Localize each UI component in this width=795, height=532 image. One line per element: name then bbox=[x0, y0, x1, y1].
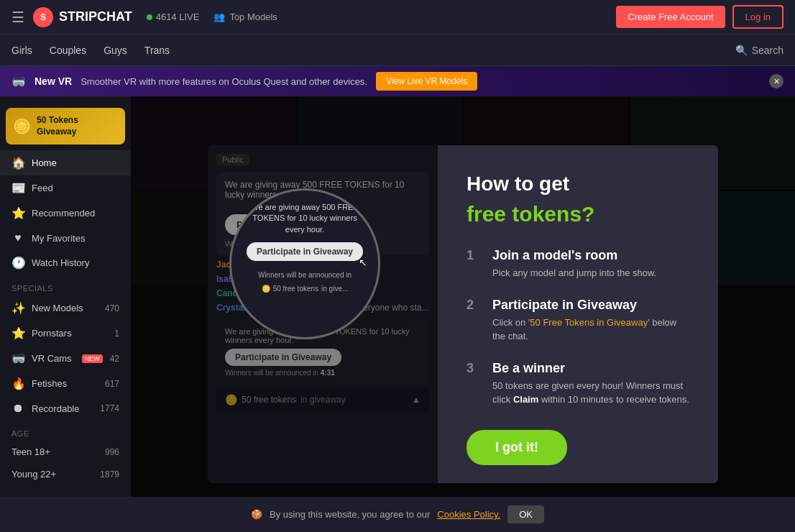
chat-header: Public bbox=[216, 154, 429, 165]
top-models-link[interactable]: 👥 Top Models bbox=[213, 12, 277, 22]
step-2-title: Participate in Giveaway bbox=[492, 298, 689, 313]
logo: S STRIPCHAT bbox=[33, 7, 132, 27]
got-it-button[interactable]: I got it! bbox=[467, 430, 567, 465]
step-3-content: Be a winner 50 tokens are given every ho… bbox=[492, 361, 689, 407]
magnifier-token-icon: 🪙 bbox=[262, 285, 270, 293]
cookie-bar: 🍪 By using this website, you agree to ou… bbox=[0, 497, 795, 532]
magnifier-circle: We are giving away 500 FREE TOKENS for 1… bbox=[229, 188, 380, 339]
search-bar[interactable]: 🔍 Search bbox=[735, 45, 783, 56]
steps-list: 1 Join a model's room Pick any model and… bbox=[467, 248, 689, 407]
home-icon: 🏠 bbox=[12, 156, 24, 170]
tokens-icon: 🪙 bbox=[13, 118, 31, 135]
recommended-icon: ⭐ bbox=[12, 206, 24, 220]
chat-preview-panel: Public We are giving away 500 FREE TOKEN… bbox=[208, 145, 438, 483]
highlight-text: '50 Free Tokens in Giveaway' bbox=[528, 317, 650, 328]
nav-girls[interactable]: Girls bbox=[12, 42, 32, 59]
sidebar-item-watch-history[interactable]: 🕐 Watch History bbox=[0, 250, 131, 275]
modal-instructions-panel: How to get free tokens? 1 Join a model's… bbox=[438, 145, 718, 483]
vr-models-button[interactable]: View Live VR Models bbox=[376, 72, 477, 91]
new-models-icon: ✨ bbox=[12, 301, 24, 315]
header: ☰ S STRIPCHAT 4614 LIVE 👥 Top Models Cre… bbox=[0, 0, 795, 35]
logo-text: STRIPCHAT bbox=[59, 9, 132, 24]
magnifier-winners-text: Winners will be announced in bbox=[243, 271, 367, 279]
sidebar-item-vr-cams[interactable]: 🥽 VR Cams NEW 42 bbox=[0, 346, 131, 371]
header-actions: Create Free Account Log in bbox=[616, 5, 783, 29]
participate-button-small[interactable]: Participate in Giveaway bbox=[225, 349, 341, 366]
sidebar-item-pornstars[interactable]: ⭐ Pornstars 1 bbox=[0, 321, 131, 346]
step-2-desc: Click on '50 Free Tokens in Giveaway' be… bbox=[492, 316, 689, 344]
cookie-policy-link[interactable]: Cookies Policy. bbox=[437, 509, 500, 520]
tokens-label: 50 TokensGiveaway bbox=[37, 115, 78, 137]
step-1-content: Join a model's room Pick any model and j… bbox=[492, 248, 656, 280]
step-3-desc: 50 tokens are given every hour! Winners … bbox=[492, 379, 689, 407]
giveaway-modal: Public We are giving away 500 FREE TOKEN… bbox=[208, 145, 718, 483]
vr-banner: 🥽 New VR Smoother VR with more features … bbox=[0, 66, 795, 96]
menu-icon[interactable]: ☰ bbox=[12, 9, 24, 26]
sidebar: 🪙 50 TokensGiveaway 🏠 Home 📰 Feed ⭐ Reco… bbox=[0, 96, 131, 532]
nav-guys[interactable]: Guys bbox=[104, 42, 127, 59]
cookie-ok-button[interactable]: OK bbox=[507, 505, 544, 523]
favorites-icon: ♥ bbox=[12, 231, 24, 244]
logo-icon: S bbox=[33, 7, 53, 27]
sidebar-age-label: AGE bbox=[0, 421, 131, 441]
sidebar-specials-label: SPECIALS bbox=[0, 275, 131, 295]
cursor-pointer-icon: ↖ bbox=[359, 257, 367, 268]
winners-text-small: Winners will be announced in 4:31 bbox=[225, 369, 421, 377]
recordable-icon: ⏺ bbox=[12, 402, 24, 415]
magnifier-tokens-row: 🪙 50 free tokens in give... bbox=[243, 285, 367, 293]
expand-icon[interactable]: ▲ bbox=[412, 395, 421, 405]
nav-couples[interactable]: Couples bbox=[50, 42, 86, 59]
sidebar-item-recommended[interactable]: ⭐ Recommended bbox=[0, 201, 131, 226]
sidebar-item-fetishes[interactable]: 🔥 Fetishes 617 bbox=[0, 371, 131, 396]
nav-bar: Girls Couples Guys Trans 🔍 Search bbox=[0, 35, 795, 66]
vr-close-button[interactable]: ✕ bbox=[769, 74, 783, 88]
sidebar-item-new-models[interactable]: ✨ New Models 470 bbox=[0, 295, 131, 321]
token-icon: 🪙 bbox=[225, 394, 237, 405]
tokens-row: 🪙 50 free tokens in giveaway ▲ bbox=[216, 388, 429, 411]
sidebar-item-young[interactable]: Young 22+ 1879 bbox=[0, 463, 131, 485]
public-badge: Public bbox=[216, 154, 249, 165]
step-3-title: Be a winner bbox=[492, 361, 689, 376]
search-icon: 🔍 bbox=[735, 45, 748, 56]
new-badge: NEW bbox=[82, 354, 103, 363]
content-area: Public We are giving away 500 FREE TOKEN… bbox=[131, 96, 795, 532]
vr-icon: 🥽 bbox=[12, 75, 26, 88]
claim-text: Claim bbox=[513, 394, 538, 405]
magnifier-participate-btn[interactable]: Participate in Giveaway bbox=[247, 242, 363, 261]
live-count: 4614 LIVE bbox=[147, 12, 200, 22]
main-layout: 🪙 50 TokensGiveaway 🏠 Home 📰 Feed ⭐ Reco… bbox=[0, 96, 795, 532]
tokens-giveaway-box[interactable]: 🪙 50 TokensGiveaway bbox=[6, 108, 125, 145]
modal-title-line1: How to get bbox=[467, 171, 689, 197]
sidebar-item-recordable[interactable]: ⏺ Recordable 1774 bbox=[0, 396, 131, 421]
step-3-num: 3 bbox=[467, 361, 481, 407]
sidebar-item-favorites[interactable]: ♥ My Favorites bbox=[0, 226, 131, 250]
live-dot bbox=[147, 14, 152, 20]
magnifier-text: We are giving away 500 FREE TOKENS for 1… bbox=[243, 202, 367, 235]
step-2-num: 2 bbox=[467, 298, 481, 344]
vr-icon: 🥽 bbox=[12, 352, 24, 365]
modal-overlay: Public We are giving away 500 FREE TOKEN… bbox=[131, 96, 795, 532]
sidebar-item-feed[interactable]: 📰 Feed bbox=[0, 175, 131, 201]
create-account-button[interactable]: Create Free Account bbox=[616, 6, 725, 28]
modal-title-line2: free tokens? bbox=[467, 200, 689, 228]
nav-trans[interactable]: Trans bbox=[144, 42, 170, 59]
step-1-num: 1 bbox=[467, 248, 481, 280]
magnifier-btn-wrapper: Participate in Giveaway ↖ bbox=[247, 242, 363, 261]
step-1-title: Join a model's room bbox=[492, 248, 656, 263]
step-2-content: Participate in Giveaway Click on '50 Fre… bbox=[492, 298, 689, 344]
sidebar-item-teen[interactable]: Teen 18+ 996 bbox=[0, 441, 131, 463]
fetishes-icon: 🔥 bbox=[12, 377, 24, 390]
history-icon: 🕐 bbox=[12, 256, 24, 270]
feed-icon: 📰 bbox=[12, 181, 24, 195]
login-button[interactable]: Log in bbox=[732, 5, 783, 29]
cookie-icon: 🍪 bbox=[251, 509, 262, 520]
step-1-desc: Pick any model and jump into the show. bbox=[492, 266, 656, 280]
step-1: 1 Join a model's room Pick any model and… bbox=[467, 248, 689, 280]
step-3: 3 Be a winner 50 tokens are given every … bbox=[467, 361, 689, 407]
sidebar-item-home[interactable]: 🏠 Home bbox=[0, 150, 131, 175]
pornstars-icon: ⭐ bbox=[12, 326, 24, 340]
top-models-icon: 👥 bbox=[213, 12, 225, 22]
step-2: 2 Participate in Giveaway Click on '50 F… bbox=[467, 298, 689, 344]
